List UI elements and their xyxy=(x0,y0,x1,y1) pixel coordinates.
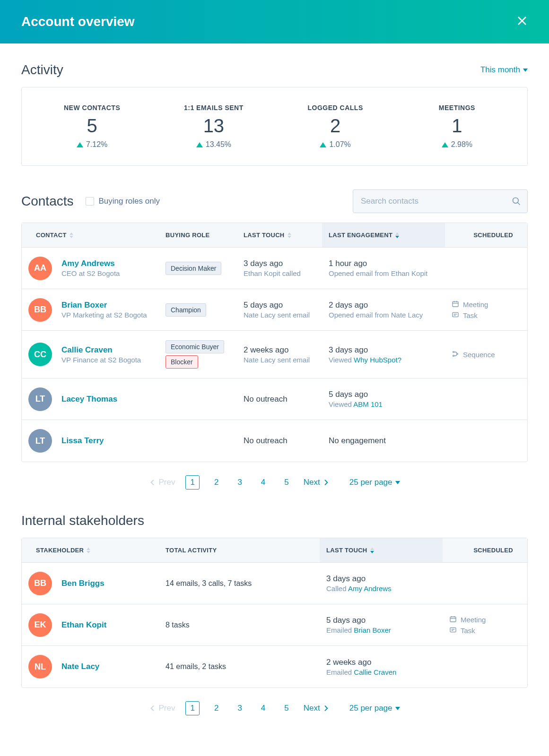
touch-link[interactable]: Amy Andrews xyxy=(348,584,392,593)
engage-sub: Viewed Why HubSpot? xyxy=(329,356,438,364)
col-contact[interactable]: CONTACT xyxy=(22,223,159,247)
pagination-prev[interactable]: Prev xyxy=(149,704,175,713)
sort-icon xyxy=(395,232,399,238)
page-number[interactable]: 5 xyxy=(280,702,293,715)
table-row: LT Lissa Terry No outreach No engagement xyxy=(22,420,527,462)
activity-filter-dropdown[interactable]: This month xyxy=(480,65,528,75)
stakeholder-name[interactable]: Ben Briggs xyxy=(61,579,105,588)
close-icon[interactable] xyxy=(516,15,528,28)
metric-delta: 1.07% xyxy=(275,140,396,149)
avatar: LT xyxy=(28,429,52,453)
contacts-pagination: Prev 12345 Next 25 per page xyxy=(21,475,528,490)
metric-label: LOGGED CALLS xyxy=(275,104,396,112)
engage-link[interactable]: ABM 101 xyxy=(353,400,383,408)
page-number[interactable]: 2 xyxy=(210,702,223,715)
svg-point-11 xyxy=(453,351,454,352)
pagination-next[interactable]: Next xyxy=(304,478,330,487)
col-scheduled[interactable]: SCHEDULED xyxy=(443,538,527,562)
metric-value: 13 xyxy=(153,115,274,137)
trend-up-icon xyxy=(320,142,326,147)
page-number[interactable]: 2 xyxy=(210,476,223,489)
chevron-down-icon xyxy=(395,481,400,484)
touch-link[interactable]: Brian Boxer xyxy=(354,626,391,634)
contact-name[interactable]: Amy Andrews xyxy=(61,259,120,268)
calendar-icon xyxy=(449,615,457,624)
buying-roles-label: Buying roles only xyxy=(99,197,160,206)
svg-point-12 xyxy=(453,355,454,356)
scheduled-item: Task xyxy=(452,311,478,320)
scheduled-item: Task xyxy=(449,626,475,635)
engage-main: 3 days ago xyxy=(329,345,438,355)
contact-sub: CEO at S2 Bogota xyxy=(61,269,120,277)
contact-sub: VP Finance at S2 Bogota xyxy=(61,356,141,364)
task-icon xyxy=(452,311,459,320)
touch-sub: Nate Lacy sent email xyxy=(244,311,315,319)
page-number[interactable]: 3 xyxy=(233,702,246,715)
page-number[interactable]: 1 xyxy=(185,475,199,490)
col-total-activity[interactable]: TOTAL ACTIVITY xyxy=(159,538,320,562)
contact-name[interactable]: Callie Craven xyxy=(61,345,141,355)
touch-main: 2 weeks ago xyxy=(326,658,436,667)
page-number[interactable]: 3 xyxy=(233,476,246,489)
col-last-engagement[interactable]: LAST ENGAGEMENT xyxy=(322,223,445,247)
sort-icon xyxy=(87,548,90,553)
buying-role-badge: Economic Buyer xyxy=(166,340,224,353)
page-number[interactable]: 5 xyxy=(280,476,293,489)
svg-point-13 xyxy=(457,353,458,354)
stakeholder-name[interactable]: Ethan Kopit xyxy=(61,620,106,630)
engage-sub: Opened email from Nate Lacy xyxy=(329,311,438,319)
buying-role-badge: Champion xyxy=(166,303,206,317)
buying-roles-checkbox[interactable] xyxy=(86,197,94,206)
touch-link[interactable]: Callie Craven xyxy=(354,668,396,676)
metric-card: LOGGED CALLS 2 1.07% xyxy=(275,104,396,149)
col-buying-role[interactable]: BUYING ROLE xyxy=(159,223,237,247)
per-page-dropdown[interactable]: 25 per page xyxy=(349,704,400,713)
activity-title: Activity xyxy=(21,62,63,77)
stakeholders-pagination: Prev 12345 Next 25 per page xyxy=(21,701,528,715)
engage-main: No engagement xyxy=(329,436,438,446)
avatar: LT xyxy=(28,387,52,411)
avatar: EK xyxy=(28,613,52,637)
total-activity: 8 tasks xyxy=(159,612,320,638)
page-number[interactable]: 1 xyxy=(185,701,199,715)
engage-link[interactable]: Why HubSpot? xyxy=(354,356,401,364)
avatar: CC xyxy=(28,343,52,366)
per-page-dropdown[interactable]: 25 per page xyxy=(349,478,400,487)
search-icon xyxy=(512,197,521,206)
pagination-next[interactable]: Next xyxy=(304,704,330,713)
col-last-touch[interactable]: LAST TOUCH xyxy=(320,538,443,562)
buying-role-badge: Blocker xyxy=(166,355,198,369)
sequence-icon xyxy=(452,350,459,359)
modal-header: Account overview xyxy=(0,0,549,43)
metric-card: 1:1 EMAILS SENT 13 13.45% xyxy=(153,104,274,149)
sort-icon xyxy=(70,232,73,238)
search-contacts-wrap xyxy=(353,189,528,213)
contacts-title: Contacts xyxy=(21,194,74,209)
metric-delta: 13.45% xyxy=(153,140,274,149)
metric-label: 1:1 EMAILS SENT xyxy=(153,104,274,112)
metric-label: NEW CONTACTS xyxy=(31,104,153,112)
col-scheduled[interactable]: SCHEDULED xyxy=(445,223,527,247)
scheduled-item: Meeting xyxy=(449,615,486,624)
contacts-table: CONTACT BUYING ROLE LAST TOUCH LAST ENGA… xyxy=(21,223,528,462)
touch-sub: Emailed Callie Craven xyxy=(326,668,436,676)
contact-name[interactable]: Brian Boxer xyxy=(61,301,147,310)
page-number[interactable]: 4 xyxy=(257,476,270,489)
contact-name[interactable]: Lissa Terry xyxy=(61,436,104,446)
trend-up-icon xyxy=(442,142,448,147)
col-last-touch[interactable]: LAST TOUCH xyxy=(237,223,322,247)
table-row: CC Callie CravenVP Finance at S2 Bogota … xyxy=(22,331,527,378)
touch-main: No outreach xyxy=(244,436,315,446)
col-stakeholder[interactable]: STAKEHOLDER xyxy=(22,538,159,562)
pagination-prev[interactable]: Prev xyxy=(149,478,175,487)
touch-sub: Nate Lacy sent email xyxy=(244,356,315,364)
stakeholders-table: STAKEHOLDER TOTAL ACTIVITY LAST TOUCH SC… xyxy=(21,538,528,688)
stakeholder-name[interactable]: Nate Lacy xyxy=(61,662,99,671)
contact-name[interactable]: Lacey Thomas xyxy=(61,395,117,404)
metric-card: NEW CONTACTS 5 7.12% xyxy=(31,104,153,149)
page-number[interactable]: 4 xyxy=(257,702,270,715)
touch-main: 5 days ago xyxy=(244,301,315,310)
search-contacts-input[interactable] xyxy=(353,189,528,213)
engage-main: 5 days ago xyxy=(329,390,438,399)
contact-sub: VP Marketing at S2 Bogota xyxy=(61,311,147,319)
